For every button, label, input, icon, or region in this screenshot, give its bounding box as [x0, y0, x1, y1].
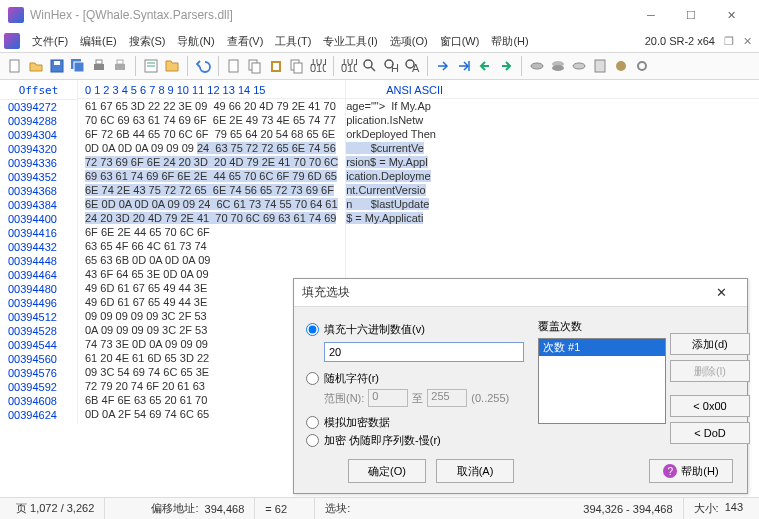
ascii-row[interactable]: plication.IsNetw — [346, 113, 759, 127]
menu-view[interactable]: 查看(V) — [221, 32, 270, 51]
forward-icon[interactable] — [497, 57, 515, 75]
range-to-input[interactable]: 255 — [427, 389, 467, 407]
menu-file[interactable]: 文件(F) — [26, 32, 74, 51]
menu-pro[interactable]: 专业工具(I) — [317, 32, 383, 51]
ascii-row[interactable]: orkDeployed Then — [346, 127, 759, 141]
hex101b-icon[interactable]: 101010 — [340, 57, 358, 75]
help-icon: ? — [663, 464, 677, 478]
window-title: WinHex - [QWhale.Syntax.Parsers.dll] — [30, 8, 631, 22]
menu-window[interactable]: 窗口(W) — [434, 32, 486, 51]
btn-0x00[interactable]: < 0x00 — [670, 395, 750, 417]
bytes-row[interactable]: 24 20 3D 20 4D 79 2E 41 70 70 6C 69 63 6… — [78, 211, 345, 225]
ascii-row[interactable]: $currentVe — [346, 141, 759, 155]
bytes-row[interactable]: 69 63 61 74 69 6F 6E 2E 44 65 70 6C 6F 7… — [78, 169, 345, 183]
bytes-row[interactable]: 6E 74 2E 43 75 72 72 65 6E 74 56 65 72 7… — [78, 183, 345, 197]
menu-nav[interactable]: 导航(N) — [171, 32, 220, 51]
close-button[interactable]: ✕ — [711, 1, 751, 29]
menu-tools[interactable]: 工具(T) — [269, 32, 317, 51]
ascii-row[interactable]: n $lastUpdate — [346, 197, 759, 211]
add-button[interactable]: 添加(d) — [670, 333, 750, 355]
minimize-button[interactable]: ─ — [631, 1, 671, 29]
undo-icon[interactable] — [194, 57, 212, 75]
cancel-button[interactable]: 取消(A) — [436, 459, 514, 483]
mdi-close-icon[interactable]: ✕ — [739, 33, 755, 49]
bytes-row[interactable]: 70 6C 69 63 61 74 69 6F 6E 2E 49 73 4E 6… — [78, 113, 345, 127]
ascii-row[interactable]: $ = My.Applicati — [346, 211, 759, 225]
findtext-icon[interactable]: A — [403, 57, 421, 75]
svg-text:H: H — [391, 62, 399, 74]
disk3-icon[interactable] — [570, 57, 588, 75]
bytes-row[interactable]: 65 63 6B 0D 0A 0D 0A 09 — [78, 253, 345, 267]
back-icon[interactable] — [476, 57, 494, 75]
svg-point-35 — [616, 61, 626, 71]
saveall-icon[interactable] — [69, 57, 87, 75]
maximize-button[interactable]: ☐ — [671, 1, 711, 29]
offset-cell: 00394544 — [0, 338, 77, 352]
print-icon[interactable] — [90, 57, 108, 75]
menubar: 文件(F) 编辑(E) 搜索(S) 导航(N) 查看(V) 工具(T) 专业工具… — [0, 30, 759, 52]
copy-icon[interactable] — [246, 57, 264, 75]
mdi-restore-icon[interactable]: ❐ — [721, 33, 737, 49]
menu-help[interactable]: 帮助(H) — [485, 32, 534, 51]
fill-dialog: 填充选块 ✕ 填充十六进制数值(v) 随机字符(r) 范围(N): 0 至 25… — [293, 278, 748, 494]
goto-icon[interactable] — [434, 57, 452, 75]
open-icon[interactable] — [27, 57, 45, 75]
offset-column: Offset 003942720039428800394304003943200… — [0, 80, 78, 424]
paste2-icon[interactable] — [288, 57, 306, 75]
goto2-icon[interactable] — [455, 57, 473, 75]
menu-edit[interactable]: 编辑(E) — [74, 32, 123, 51]
ascii-row[interactable]: ication.Deployme — [346, 169, 759, 183]
dialog-close-icon[interactable]: ✕ — [703, 285, 739, 300]
bytes-row[interactable]: 61 67 65 3D 22 22 3E 09 49 66 20 4D 79 2… — [78, 99, 345, 113]
svg-point-32 — [552, 65, 564, 71]
ascii-row[interactable] — [346, 251, 759, 253]
offset-cell: 00394272 — [0, 100, 77, 114]
gear-icon[interactable] — [612, 57, 630, 75]
ascii-row[interactable]: age=""> If My.Ap — [346, 99, 759, 113]
radio-hex[interactable]: 填充十六进制数值(v) — [306, 322, 524, 337]
dialog-titlebar[interactable]: 填充选块 ✕ — [294, 279, 747, 307]
offset-cell: 00394576 — [0, 366, 77, 380]
menu-options[interactable]: 选项(O) — [384, 32, 434, 51]
range-from-input[interactable]: 0 — [368, 389, 408, 407]
disk-icon[interactable] — [528, 57, 546, 75]
overwrite-label: 覆盖次数 — [538, 319, 666, 334]
paste-icon[interactable] — [267, 57, 285, 75]
findhex-icon[interactable]: H — [382, 57, 400, 75]
ascii-row[interactable]: rsion$ = My.Appl — [346, 155, 759, 169]
overwrite-list[interactable]: 次数 #1 — [538, 338, 666, 424]
bytes-row[interactable]: 6F 6E 2E 44 65 70 6C 6F — [78, 225, 345, 239]
offset-cell: 00394336 — [0, 156, 77, 170]
ok-button[interactable]: 确定(O) — [348, 459, 426, 483]
prop-icon[interactable] — [142, 57, 160, 75]
bytes-row[interactable]: 6E 0D 0A 0D 0A 09 09 24 6C 61 73 74 55 7… — [78, 197, 345, 211]
btn-dod[interactable]: < DoD — [670, 422, 750, 444]
delete-button: 删除(l) — [670, 360, 750, 382]
svg-rect-0 — [10, 60, 19, 72]
printer-icon[interactable] — [111, 57, 129, 75]
new-icon[interactable] — [6, 57, 24, 75]
help-button[interactable]: ?帮助(H) — [649, 459, 733, 483]
radio-random[interactable]: 随机字符(r) — [306, 371, 524, 386]
radio-enc2[interactable]: 加密 伪随即序列数-慢(r) — [306, 433, 524, 448]
save-icon[interactable] — [48, 57, 66, 75]
bytes-row[interactable]: 6F 72 6B 44 65 70 6C 6F 79 65 64 20 54 6… — [78, 127, 345, 141]
bytes-row[interactable]: 72 73 69 6F 6E 24 20 3D 20 4D 79 2E 41 7… — [78, 155, 345, 169]
file-icon[interactable] — [163, 57, 181, 75]
tool-icon[interactable] — [633, 57, 651, 75]
radio-enc[interactable]: 模拟加密数据 — [306, 415, 524, 430]
ascii-row[interactable]: nt.CurrentVersio — [346, 183, 759, 197]
hex-value-input[interactable] — [324, 342, 524, 362]
offset-cell: 00394352 — [0, 170, 77, 184]
bytes-row[interactable]: 63 65 4F 66 4C 61 73 74 — [78, 239, 345, 253]
offset-cell: 00394416 — [0, 226, 77, 240]
list-item[interactable]: 次数 #1 — [539, 339, 665, 356]
menu-search[interactable]: 搜索(S) — [123, 32, 172, 51]
cut-icon[interactable] — [225, 57, 243, 75]
bytes-row[interactable]: 0D 0A 0D 0A 09 09 09 24 63 75 72 72 65 6… — [78, 141, 345, 155]
disk2-icon[interactable] — [549, 57, 567, 75]
version-label: 20.0 SR-2 x64 — [645, 35, 719, 47]
find-icon[interactable] — [361, 57, 379, 75]
hex101-icon[interactable]: 101010 — [309, 57, 327, 75]
calc-icon[interactable] — [591, 57, 609, 75]
